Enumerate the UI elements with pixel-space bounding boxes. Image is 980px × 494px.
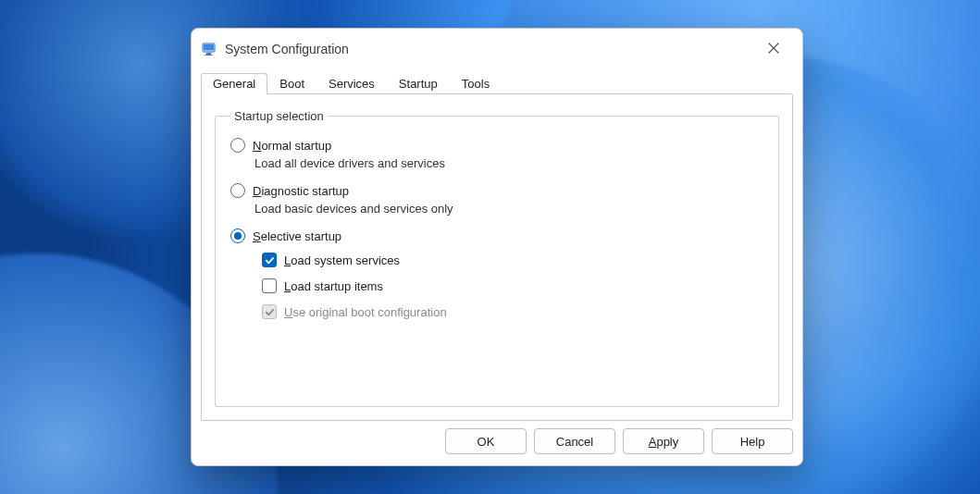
checkbox-load-startup-items[interactable]: [262, 278, 277, 293]
checkbox-load-system-services-label: Load system services: [284, 253, 400, 267]
checkbox-load-system-services-row[interactable]: Load system services: [262, 253, 763, 267]
checkbox-original-boot: [262, 304, 277, 319]
check-icon: [265, 307, 275, 317]
selective-sub-options: Load system services Load startup items …: [262, 253, 763, 319]
tab-services[interactable]: Services: [316, 73, 387, 94]
checkbox-load-startup-items-label: Load startup items: [284, 279, 383, 293]
close-icon: [768, 41, 779, 57]
tab-tools[interactable]: Tools: [450, 73, 502, 94]
titlebar: System Configuration: [192, 29, 802, 69]
radio-selective-startup-label: Selective startup: [253, 229, 341, 243]
radio-diagnostic-startup-label: Diagnostic startup: [253, 184, 349, 198]
checkbox-load-system-services[interactable]: [262, 253, 277, 267]
tab-startup[interactable]: Startup: [387, 73, 450, 94]
radio-diagnostic-startup-desc: Load basic devices and services only: [254, 202, 763, 216]
cancel-button[interactable]: Cancel: [534, 428, 615, 454]
group-legend: Startup selection: [230, 109, 328, 123]
radio-diagnostic-startup[interactable]: [230, 183, 245, 198]
tab-panel-general: Startup selection Normal startup Load al…: [201, 93, 793, 421]
tabstrip: General Boot Services Startup Tools: [192, 69, 802, 93]
radio-diagnostic-startup-row[interactable]: Diagnostic startup: [230, 183, 763, 198]
checkbox-original-boot-label: Use original boot configuration: [284, 305, 447, 319]
system-configuration-window: System Configuration General Boot Servic…: [191, 28, 803, 466]
svg-rect-3: [205, 55, 213, 56]
window-title: System Configuration: [225, 42, 349, 56]
radio-normal-startup[interactable]: [230, 138, 245, 153]
ok-button[interactable]: OK: [445, 428, 527, 454]
startup-selection-group: Startup selection Normal startup Load al…: [215, 109, 779, 407]
checkbox-load-startup-items-row[interactable]: Load startup items: [262, 278, 763, 293]
app-icon: [201, 41, 217, 57]
close-button[interactable]: [754, 34, 793, 64]
radio-selective-startup-row[interactable]: Selective startup: [230, 228, 763, 243]
radio-normal-startup-label: Normal startup: [253, 139, 331, 153]
radio-selective-startup[interactable]: [230, 228, 245, 243]
help-button[interactable]: Help: [712, 428, 793, 454]
dialog-button-row: OK Cancel Apply Help: [192, 428, 802, 465]
svg-rect-2: [206, 53, 211, 55]
svg-rect-1: [204, 44, 214, 51]
apply-button[interactable]: Apply: [623, 428, 704, 454]
radio-normal-startup-row[interactable]: Normal startup: [230, 138, 763, 153]
radio-normal-startup-desc: Load all device drivers and services: [254, 156, 763, 170]
checkbox-original-boot-row: Use original boot configuration: [262, 304, 763, 319]
check-icon: [265, 255, 275, 266]
tab-general[interactable]: General: [201, 73, 267, 94]
tab-boot[interactable]: Boot: [267, 73, 316, 94]
